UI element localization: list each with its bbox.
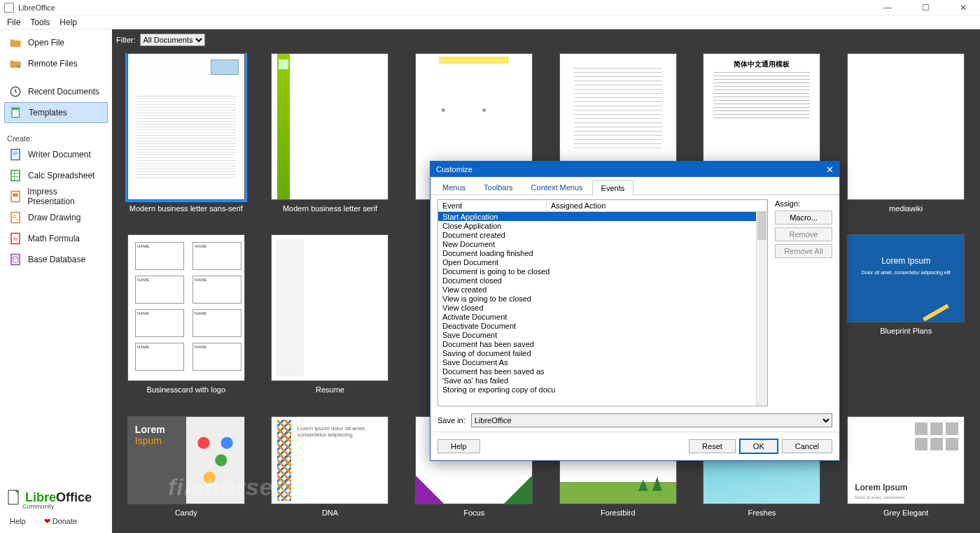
filter-label: Filter: [116, 36, 136, 44]
close-button[interactable]: ✕ [951, 3, 976, 13]
sidebar-item-label: Writer Document [28, 150, 91, 159]
event-row[interactable]: Document created [438, 230, 756, 239]
sidebar-item-label: Calc Spreadsheet [28, 171, 94, 180]
event-row[interactable]: Save Document [438, 330, 756, 339]
menu-tools[interactable]: Tools [30, 17, 50, 27]
template-thumb: LoremIspum [127, 416, 245, 504]
sidebar-base[interactable]: Base Database [4, 249, 108, 270]
brand-suffix: Office [56, 490, 92, 504]
calc-icon [8, 169, 22, 183]
event-row[interactable]: Document is going to be closed [438, 266, 756, 276]
event-row[interactable]: Document loading finished [438, 248, 756, 257]
save-in-select[interactable]: LibreOffice [471, 413, 832, 427]
sidebar-item-label: Open File [28, 38, 64, 48]
template-item[interactable]: Resume [267, 234, 393, 403]
template-item[interactable]: Lorem IpsumDolor sit amet, consecteturGr… [843, 416, 969, 526]
event-row[interactable]: View closed [438, 303, 756, 312]
sidebar-writer[interactable]: Writer Document [4, 144, 108, 165]
template-item[interactable]: LoremIspumCandy [123, 416, 249, 526]
math-icon: fx [8, 232, 22, 246]
event-row[interactable]: Start Application [438, 212, 756, 221]
menu-file[interactable]: File [7, 17, 20, 27]
heart-icon: ❤ [44, 517, 50, 525]
event-row[interactable]: Document closed [438, 276, 756, 285]
filter-select[interactable]: All Documents [140, 34, 205, 46]
tab-context-menus[interactable]: Context Menus [522, 180, 592, 194]
minimize-button[interactable]: — [875, 3, 900, 13]
folder-remote-icon [8, 57, 22, 71]
template-thumb [847, 53, 965, 200]
create-label: Create: [4, 130, 108, 144]
col-action[interactable]: Assigned Action [547, 200, 767, 211]
remove-button[interactable]: Remove [775, 227, 832, 241]
dialog-close-icon[interactable]: ✕ [826, 164, 834, 175]
reset-button[interactable]: Reset [689, 439, 736, 453]
remove-all-button[interactable]: Remove All [775, 244, 832, 258]
event-row[interactable]: Storing or exporting copy of docu [438, 385, 756, 394]
template-item[interactable]: Modern business letter serif [267, 53, 393, 222]
tab-menus[interactable]: Menus [433, 180, 475, 194]
template-item[interactable]: Lorem ipsum dolor sit amet, consectetur … [267, 416, 393, 526]
menu-help[interactable]: Help [59, 17, 77, 27]
sidebar-templates[interactable]: Templates [4, 102, 108, 123]
tab-toolbars[interactable]: Toolbars [475, 180, 522, 194]
event-row[interactable]: 'Save as' has failed [438, 376, 756, 385]
svg-rect-5 [11, 171, 20, 181]
event-row[interactable]: Activate Document [438, 312, 756, 321]
sidebar-draw[interactable]: Draw Drawing [4, 207, 108, 228]
template-caption: mediawiki [889, 204, 923, 213]
template-thumb: Lorem IpsumDolor sit amet, consectetur a… [847, 234, 965, 322]
event-row[interactable]: Open Document [438, 257, 756, 266]
sidebar-open-file[interactable]: Open File [4, 32, 108, 53]
help-link[interactable]: Help [10, 517, 26, 526]
sidebar-item-label: Templates [29, 108, 67, 118]
sidebar-impress[interactable]: Impress Presentation [4, 186, 108, 207]
events-list[interactable]: Start ApplicationClose ApplicationDocume… [438, 212, 756, 406]
help-button[interactable]: Help [438, 439, 480, 453]
sidebar-recent-documents[interactable]: Recent Documents [4, 81, 108, 102]
template-item[interactable]: NAMENAMENAMENAMENAMENAMENAMENAMEBusiness… [123, 234, 249, 403]
impress-icon [8, 190, 22, 204]
event-row[interactable]: View created [438, 285, 756, 294]
dialog-title: Customize [436, 165, 472, 173]
col-event[interactable]: Event [438, 200, 547, 211]
donate-link[interactable]: ❤Donate [44, 517, 77, 526]
template-thumb: Lorem IpsumDolor sit amet, consectetur [847, 416, 965, 504]
event-row[interactable]: Document has been saved [438, 339, 756, 348]
cancel-button[interactable]: Cancel [782, 439, 832, 453]
event-row[interactable]: Save Document As [438, 357, 756, 367]
template-caption: Modern business letter sans-serif [130, 204, 243, 213]
ok-button[interactable]: OK [740, 439, 778, 453]
sidebar-math[interactable]: fx Math Formula [4, 228, 108, 249]
event-row[interactable]: New Document [438, 239, 756, 248]
template-thumb [271, 234, 388, 381]
template-item[interactable]: Modern business letter sans-serif [123, 53, 249, 222]
save-in-label: Save in: [438, 416, 465, 425]
assign-label: Assign: [775, 199, 832, 208]
template-thumb: NAMENAMENAMENAMENAMENAMENAMENAME [127, 234, 245, 381]
scrollbar[interactable] [756, 212, 767, 406]
macro-button[interactable]: Macro... [775, 211, 832, 225]
maximize-button[interactable]: ☐ [913, 3, 938, 13]
draw-icon [8, 211, 22, 225]
dialog-footer: Help Reset OK Cancel [430, 432, 839, 460]
dialog-titlebar[interactable]: Customize ✕ [430, 162, 839, 177]
event-row[interactable]: Deactivate Document [438, 321, 756, 330]
template-caption: DNA [322, 509, 338, 517]
window-controls: — ☐ ✕ [875, 3, 976, 13]
template-caption: Modern business letter serif [283, 204, 377, 213]
bottom-links: Help ❤Donate [4, 514, 108, 530]
event-row[interactable]: Document has been saved as [438, 367, 756, 376]
tab-events[interactable]: Events [592, 180, 634, 195]
event-row[interactable]: Close Application [438, 221, 756, 230]
sidebar-item-label: Recent Documents [28, 87, 99, 97]
event-row[interactable]: Saving of document failed [438, 348, 756, 357]
template-item[interactable]: mediawiki [843, 53, 969, 222]
sidebar-remote-files[interactable]: Remote Files [4, 53, 108, 74]
event-row[interactable]: View is going to be closed [438, 294, 756, 303]
template-caption: Freshes [748, 509, 776, 517]
template-item[interactable]: Lorem IpsumDolor sit amet, consectetur a… [843, 234, 969, 403]
svg-point-0 [17, 65, 20, 69]
writer-icon [8, 148, 22, 162]
sidebar-calc[interactable]: Calc Spreadsheet [4, 165, 108, 186]
